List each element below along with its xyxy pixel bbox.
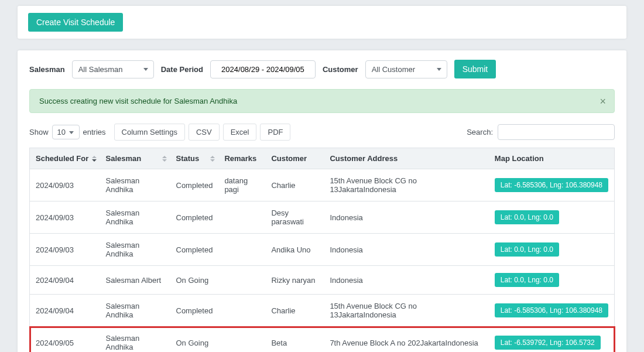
table-row: 2024/09/03Salesman AndhikaCompletedDesy … — [30, 201, 615, 234]
col-scheduled-for[interactable]: Scheduled For — [30, 148, 100, 169]
table-row: 2024/09/05Salesman AndhikaOn GoingBeta7t… — [30, 327, 615, 353]
cell-salesman: Salesman Andhika — [100, 234, 170, 266]
cell-scheduled-for: 2024/09/03 — [30, 169, 100, 201]
col-customer[interactable]: Customer — [265, 148, 324, 169]
cell-address: Indonesia — [324, 266, 488, 295]
table-controls: Show 10 entries Column Settings CSV Exce… — [29, 124, 615, 141]
page-length-select[interactable]: 10 — [52, 125, 80, 139]
table-header-row: Scheduled For Salesman Status — [30, 148, 615, 169]
header-card: Create Visit Schedule — [18, 6, 626, 39]
cell-map: Lat: -6.585306, Lng: 106.380948 — [489, 295, 615, 327]
cell-address: 7th Avenue Block A no 202JakartaIndonesi… — [324, 327, 488, 353]
main-card: Salesman All Salesman Date Period Custom… — [18, 50, 626, 352]
cell-salesman: Salesman Andhika — [100, 169, 170, 201]
cell-status: Completed — [170, 234, 219, 266]
cell-scheduled-for: 2024/09/05 — [30, 327, 100, 353]
alert-message: Success creating new visit schedule for … — [39, 97, 237, 105]
cell-remarks — [218, 295, 265, 327]
map-location-badge[interactable]: Lat: 0.0, Lng: 0.0 — [495, 242, 559, 257]
map-location-badge[interactable]: Lat: -6.585306, Lng: 106.380948 — [495, 178, 608, 192]
visit-schedule-table: Scheduled For Salesman Status — [29, 148, 615, 352]
customer-select-wrap: All Customer — [365, 60, 447, 78]
salesman-select-wrap: All Salesman — [72, 60, 154, 78]
cell-status: Completed — [170, 169, 219, 201]
cell-customer: Charlie — [265, 295, 324, 327]
salesman-filter-label: Salesman — [29, 65, 65, 74]
submit-button[interactable]: Submit — [454, 60, 496, 78]
cell-customer: Beta — [265, 327, 324, 353]
sort-icon — [162, 156, 167, 162]
column-settings-button[interactable]: Column Settings — [114, 124, 185, 141]
search-label: Search: — [467, 128, 493, 136]
cell-remarks — [218, 201, 265, 234]
cell-remarks — [218, 327, 265, 353]
cell-map: Lat: 0.0, Lng: 0.0 — [489, 266, 615, 295]
cell-status: Completed — [170, 201, 219, 234]
create-visit-schedule-button[interactable]: Create Visit Schedule — [28, 13, 123, 32]
cell-scheduled-for: 2024/09/03 — [30, 201, 100, 234]
map-location-badge[interactable]: Lat: 0.0, Lng: 0.0 — [495, 273, 559, 287]
close-icon[interactable]: × — [600, 96, 606, 107]
cell-customer: Andika Uno — [265, 234, 324, 266]
filter-row: Salesman All Salesman Date Period Custom… — [29, 60, 615, 78]
sort-icon — [210, 156, 215, 162]
cell-status: On Going — [170, 266, 219, 295]
cell-map: Lat: -6.585306, Lng: 106.380948 — [489, 169, 615, 201]
excel-button[interactable]: Excel — [223, 124, 257, 141]
csv-button[interactable]: CSV — [189, 124, 220, 141]
cell-scheduled-for: 2024/09/04 — [30, 266, 100, 295]
cell-map: Lat: 0.0, Lng: 0.0 — [489, 201, 615, 234]
entries-label: entries — [83, 128, 106, 136]
cell-customer: Desy paraswati — [265, 201, 324, 234]
sort-icon — [92, 156, 97, 162]
table-row: 2024/09/04Salesman AndhikaCompletedCharl… — [30, 295, 615, 327]
cell-salesman: Salesman Andhika — [100, 201, 170, 234]
col-status[interactable]: Status — [170, 148, 219, 169]
cell-scheduled-for: 2024/09/04 — [30, 295, 100, 327]
cell-status: On Going — [170, 327, 219, 353]
cell-remarks — [218, 266, 265, 295]
map-location-badge[interactable]: Lat: -6.585306, Lng: 106.380948 — [495, 303, 608, 317]
cell-salesman: Salesman Andhika — [100, 295, 170, 327]
cell-customer: Rizky naryan — [265, 266, 324, 295]
table-row: 2024/09/03Salesman AndhikaCompletedAndik… — [30, 234, 615, 266]
cell-salesman: Salesman Andhika — [100, 327, 170, 353]
map-location-badge[interactable]: Lat: 0.0, Lng: 0.0 — [495, 210, 559, 224]
search-area: Search: — [467, 124, 615, 140]
cell-address: 15th Avenue Block CG no 13JakartaIndones… — [324, 295, 488, 327]
cell-status: Completed — [170, 295, 219, 327]
success-alert: Success creating new visit schedule for … — [29, 89, 615, 113]
cell-address: 15th Avenue Block CG no 13JakartaIndones… — [324, 169, 488, 201]
cell-customer: Charlie — [265, 169, 324, 201]
customer-filter-label: Customer — [323, 65, 358, 74]
pdf-button[interactable]: PDF — [260, 124, 290, 141]
search-input[interactable] — [498, 124, 615, 140]
col-customer-address[interactable]: Customer Address — [324, 148, 488, 169]
col-salesman[interactable]: Salesman — [100, 148, 170, 169]
cell-remarks: datang pagi — [218, 169, 265, 201]
page-length-area: Show 10 entries — [29, 125, 106, 139]
cell-map: Lat: 0.0, Lng: 0.0 — [489, 234, 615, 266]
cell-scheduled-for: 2024/09/03 — [30, 234, 100, 266]
date-range-input[interactable] — [210, 60, 316, 78]
table-row: 2024/09/04Salesman AlbertOn GoingRizky n… — [30, 266, 615, 295]
salesman-select[interactable]: All Salesman — [72, 60, 154, 78]
map-location-badge[interactable]: Lat: -6.539792, Lng: 106.5732 — [495, 336, 601, 350]
table-row: 2024/09/03Salesman AndhikaCompleteddatan… — [30, 169, 615, 201]
col-remarks[interactable]: Remarks — [218, 148, 265, 169]
col-map-location[interactable]: Map Location — [489, 148, 615, 169]
cell-remarks — [218, 234, 265, 266]
show-label: Show — [29, 128, 49, 136]
cell-address: Indonesia — [324, 201, 488, 234]
customer-select[interactable]: All Customer — [365, 60, 447, 78]
export-buttons: Column Settings CSV Excel PDF — [114, 124, 291, 141]
cell-map: Lat: -6.539792, Lng: 106.5732 — [489, 327, 615, 353]
cell-salesman: Salesman Albert — [100, 266, 170, 295]
cell-address: Indonesia — [324, 234, 488, 266]
date-period-label: Date Period — [161, 65, 203, 74]
